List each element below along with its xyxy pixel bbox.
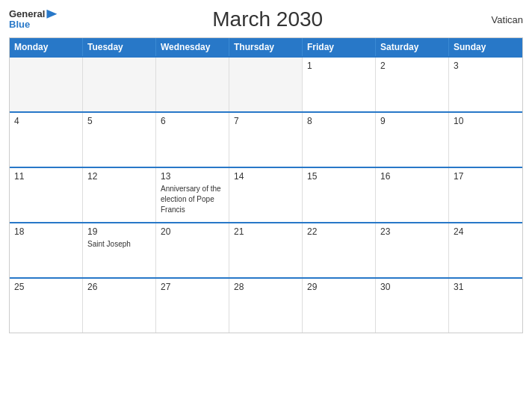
calendar-title: March 2030 [57,7,478,31]
day-9: 9 [376,113,449,167]
day-29: 29 [303,279,376,333]
logo-general-text: General [9,9,45,19]
page: General Blue March 2030 Vatican Monday T… [0,0,532,411]
calendar: Monday Tuesday Wednesday Thursday Friday… [9,37,523,333]
header-wednesday: Wednesday [156,38,229,56]
day-empty [156,58,229,111]
day-2: 2 [376,58,449,111]
week-5: 25 26 27 28 29 30 31 [10,277,522,333]
header: General Blue March 2030 Vatican [9,7,523,31]
day-12: 12 [83,168,156,222]
day-5: 5 [83,113,156,167]
header-sunday: Sunday [449,38,522,56]
logo: General Blue [9,9,57,31]
day-17: 17 [449,168,522,222]
logo-flag-icon [46,10,57,19]
week-4: 18 19 Saint Joseph 20 21 22 23 24 [10,222,522,277]
day-19: 19 Saint Joseph [83,223,156,277]
day-11: 11 [10,168,83,222]
day-empty [229,58,303,111]
country-label: Vatican [478,14,523,25]
day-1: 1 [303,58,376,111]
day-empty [83,58,156,111]
day-16: 16 [376,168,449,222]
day-14: 14 [229,168,303,222]
day-6: 6 [156,113,229,167]
day-24: 24 [449,223,522,277]
day-26: 26 [83,279,156,333]
week-3: 11 12 13 Anniversary of the election of … [10,167,522,222]
day-4: 4 [10,113,83,167]
logo-blue-text: Blue [9,19,57,30]
day-20: 20 [156,223,229,277]
day-28: 28 [229,279,303,333]
event-saint-joseph: Saint Joseph [87,240,131,248]
week-2: 4 5 6 7 8 9 10 [10,111,522,167]
day-23: 23 [376,223,449,277]
day-8: 8 [303,113,376,167]
day-3: 3 [449,58,522,111]
day-10: 10 [449,113,522,167]
header-monday: Monday [10,38,83,56]
header-thursday: Thursday [229,38,303,56]
day-22: 22 [303,223,376,277]
day-25: 25 [10,279,83,333]
day-27: 27 [156,279,229,333]
day-18: 18 [10,223,83,277]
day-empty [10,58,83,111]
day-13: 13 Anniversary of the election of Pope F… [156,168,229,222]
day-31: 31 [449,279,522,333]
week-1: 1 2 3 [10,56,522,111]
day-30: 30 [376,279,449,333]
day-15: 15 [303,168,376,222]
header-tuesday: Tuesday [83,38,156,56]
day-7: 7 [229,113,303,167]
day-21: 21 [229,223,303,277]
header-saturday: Saturday [376,38,449,56]
event-pope-francis: Anniversary of the election of Pope Fran… [161,185,221,214]
header-friday: Friday [303,38,376,56]
calendar-header-row: Monday Tuesday Wednesday Thursday Friday… [10,38,522,56]
